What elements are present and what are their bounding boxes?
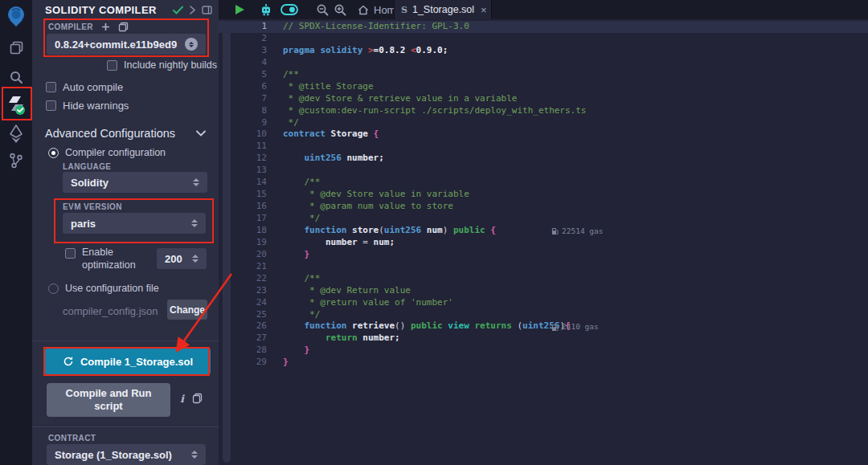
optimization-runs-input[interactable]: 200 [157, 248, 207, 269]
compile-button[interactable]: Compile 1_Storage.sol [45, 348, 211, 375]
copy-icon[interactable] [118, 22, 129, 32]
use-config-file-radio-row[interactable]: Use configuration file [48, 283, 159, 294]
line-number: 4 [219, 57, 267, 69]
compile-button-label: Compile 1_Storage.sol [80, 356, 193, 368]
code-line[interactable]: 23 * @dev Return value [219, 285, 868, 297]
hide-warnings-checkbox[interactable] [46, 100, 56, 111]
code-line[interactable]: 16 * @param num value to store [219, 201, 868, 213]
code-line[interactable]: 19 number = num; [219, 237, 868, 249]
compiler-version-select[interactable]: 0.8.24+commit.e11b9ed9 [47, 34, 206, 55]
line-number: 29 [219, 357, 267, 369]
code-line[interactable]: 2 [219, 33, 868, 45]
code-text: } [283, 249, 309, 261]
code-line[interactable]: 15 * @dev Store value in variable [219, 189, 868, 201]
deploy-run-icon[interactable] [0, 120, 32, 148]
language-select[interactable]: Solidity [63, 172, 207, 193]
code-line[interactable]: 11 [219, 141, 868, 153]
code-line[interactable]: 28 } [219, 345, 868, 357]
home-icon [358, 5, 369, 15]
copy-icon[interactable] [192, 393, 203, 404]
info-icon[interactable]: i [180, 393, 184, 405]
zoom-in-icon[interactable] [334, 0, 346, 19]
line-number: 1 [219, 21, 267, 33]
play-icon[interactable] [235, 0, 245, 19]
close-icon[interactable]: × [481, 4, 487, 16]
pin-panel-icon[interactable] [202, 6, 212, 14]
compiler-configuration-label: Compiler configuration [65, 147, 166, 158]
code-line[interactable]: 26 function retrieve() public view retur… [219, 320, 868, 332]
code-line[interactable]: 27 return number; [219, 332, 868, 345]
solidity-compiler-panel: SOLIDITY COMPILER COMPILER 0.8.24+commit… [32, 0, 219, 465]
include-nightly-checkbox-row[interactable]: Include nightly builds [107, 59, 217, 71]
line-number: 13 [219, 165, 267, 177]
code-text: * @custom:dev-run-script ./scripts/deplo… [283, 105, 587, 117]
code-line[interactable]: 7 * @dev Store & retrieve value in a var… [219, 93, 868, 105]
code-line[interactable]: 8 * @custom:dev-run-script ./scripts/dep… [219, 105, 868, 117]
solidity-compiler-icon[interactable] [0, 92, 32, 119]
panel-title: SOLIDITY COMPILER [45, 4, 157, 16]
code-line[interactable]: 29} [219, 357, 868, 369]
code-line[interactable]: 4 [219, 57, 868, 69]
auto-compile-checkbox[interactable] [46, 82, 56, 92]
code-line[interactable]: 22 /** [219, 273, 868, 285]
zoom-out-icon[interactable] [316, 0, 329, 19]
change-button[interactable]: Change [167, 300, 207, 320]
code-line[interactable]: 14 /** [219, 177, 868, 189]
contract-label: CONTRACT [48, 434, 96, 443]
plus-icon[interactable] [101, 22, 110, 31]
gas-estimate-badge: 22514 gas [551, 226, 603, 238]
include-nightly-checkbox[interactable] [107, 60, 117, 71]
line-number: 5 [219, 69, 267, 81]
search-icon[interactable] [0, 63, 32, 91]
code-line[interactable]: 9 */ [219, 117, 868, 129]
code-line[interactable]: 25 */ [219, 309, 868, 321]
ai-robot-icon[interactable] [260, 0, 272, 19]
code-line[interactable]: 13 [219, 165, 868, 177]
advanced-configurations-title[interactable]: Advanced Configurations [45, 127, 175, 140]
code-line[interactable]: 10contract Storage { [219, 128, 868, 141]
code-line[interactable]: 18 function store(uint256 num) public {2… [219, 225, 868, 237]
line-number: 17 [219, 213, 267, 225]
line-number: 27 [219, 332, 267, 345]
line-number: 26 [219, 320, 267, 332]
code-line[interactable]: 20 } [219, 249, 868, 261]
line-number: 23 [219, 285, 267, 297]
line-number: 8 [219, 105, 267, 117]
chevron-down-icon[interactable] [196, 130, 206, 137]
code-line[interactable]: 17 */ [219, 213, 868, 225]
auto-compile-checkbox-row[interactable]: Auto compile [46, 81, 123, 93]
line-number: 10 [219, 128, 267, 141]
use-config-file-radio[interactable] [48, 283, 59, 294]
file-explorer-icon[interactable] [0, 34, 32, 61]
code-text: * @dev Store value in variable [283, 189, 469, 201]
language-label: LANGUAGE [63, 162, 111, 171]
code-text: } [283, 345, 309, 357]
code-text: /** [283, 69, 299, 81]
code-line[interactable]: 1// SPDX-License-Identifier: GPL-3.0 [219, 21, 868, 33]
code-line[interactable]: 21 [219, 261, 868, 273]
compile-and-run-button[interactable]: Compile and Run script [47, 383, 170, 417]
contract-select[interactable]: Storage (1_Storage.sol) [47, 444, 206, 465]
enable-optimization-checkbox[interactable] [65, 248, 76, 259]
git-icon[interactable] [0, 147, 32, 174]
code-line[interactable]: 12 uint256 number; [219, 153, 868, 165]
code-line[interactable]: 5/** [219, 69, 868, 81]
line-number: 9 [219, 117, 267, 129]
use-config-file-label: Use configuration file [65, 283, 159, 294]
toggle-icon[interactable] [280, 0, 298, 19]
hide-warnings-checkbox-row[interactable]: Hide warnings [46, 100, 129, 112]
remix-logo[interactable] [0, 2, 32, 30]
tab-storage-sol[interactable]: S 1_Storage.sol × [394, 0, 492, 19]
compiler-configuration-radio-row[interactable]: Compiler configuration [48, 147, 166, 158]
code-line[interactable]: 24 * @return value of 'number' [219, 297, 868, 309]
stepper-icon [191, 253, 199, 264]
chevron-right-icon[interactable] [190, 6, 195, 14]
code-text: // SPDX-License-Identifier: GPL-3.0 [283, 21, 469, 33]
evm-version-select[interactable]: paris [63, 213, 206, 234]
compiler-configuration-radio[interactable] [48, 148, 59, 158]
language-value: Solidity [71, 177, 192, 189]
code-line[interactable]: 6 * @title Storage [219, 81, 868, 93]
code-text: */ [283, 309, 320, 321]
panel-header: SOLIDITY COMPILER [32, 0, 219, 19]
code-line[interactable]: 3pragma solidity >=0.8.2 <0.9.0; [219, 45, 868, 57]
